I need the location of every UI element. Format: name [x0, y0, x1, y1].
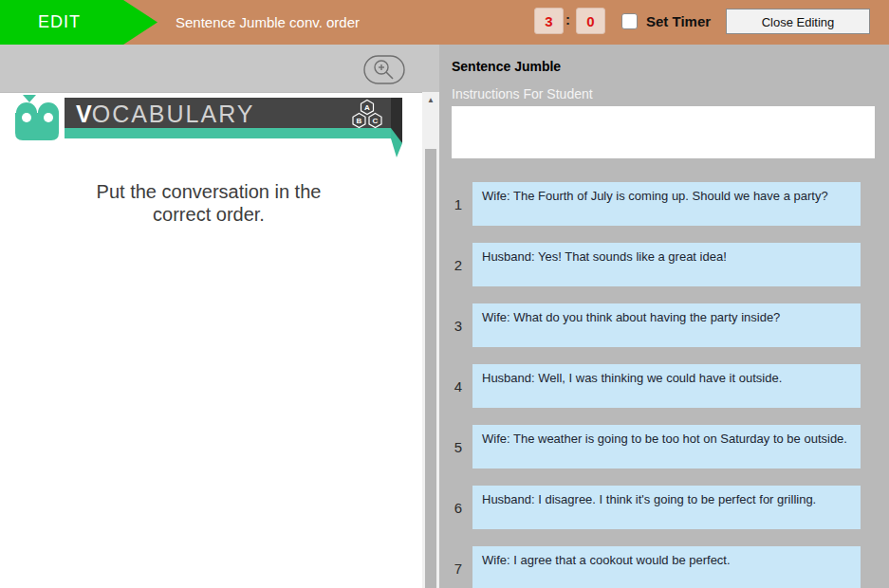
sentence-number: 4: [447, 364, 470, 408]
sentence-text[interactable]: Wife: The Fourth of July is coming up. S…: [472, 182, 861, 226]
set-timer-checkbox[interactable]: [621, 13, 638, 29]
timer-minutes-input[interactable]: [534, 8, 564, 34]
preview-scrollbar-thumb[interactable]: [425, 149, 436, 588]
logo-caron: [23, 95, 36, 102]
sentence-row: 4 Husband: Well, I was thinking we could…: [439, 364, 878, 408]
sentence-row: 6 Husband: I disagree. I think it's goin…: [439, 486, 878, 529]
slide-canvas[interactable]: VOCABULARY A B C Put the conversation in…: [0, 93, 422, 588]
slide-preview-pane: VOCABULARY A B C Put the conversation in…: [0, 45, 439, 588]
activity-title: Sentence Jumble conv. order: [176, 0, 360, 45]
svg-text:A: A: [364, 103, 370, 112]
sentence-text[interactable]: Husband: Well, I was thinking we could h…: [472, 364, 861, 408]
instructions-label: Instructions For Student: [452, 86, 593, 101]
header-bar: EDIT Sentence Jumble conv. order : Set T…: [0, 0, 889, 45]
edit-mode-label: EDIT: [0, 12, 81, 32]
slide-prompt: Put the conversation in the correct orde…: [0, 180, 417, 227]
svg-text:B: B: [357, 117, 362, 125]
sentence-number: 3: [447, 303, 470, 347]
timer-seconds-input[interactable]: [576, 8, 605, 34]
sentence-number: 2: [447, 243, 470, 286]
close-editing-button[interactable]: Close Editing: [726, 9, 870, 34]
sentence-number: 1: [447, 182, 470, 226]
sentence-row: 3 Wife: What do you think about having t…: [439, 303, 878, 347]
sentence-row: 2 Husband: Yes! That sounds like a great…: [439, 243, 878, 286]
sentence-row: 7 Wife: I agree that a cookout would be …: [439, 546, 878, 588]
sentence-text[interactable]: Husband: Yes! That sounds like a great i…: [472, 243, 861, 286]
preview-toolbar: [0, 45, 439, 93]
preview-scrollbar[interactable]: ▲: [422, 92, 439, 588]
sentence-text[interactable]: Wife: What do you think about having the…: [472, 303, 861, 347]
magnifier-plus-icon: [363, 55, 405, 84]
sentence-number: 5: [447, 425, 470, 469]
panel-title: Sentence Jumble: [452, 59, 561, 74]
set-timer-label: Set Timer: [646, 13, 711, 29]
banner-title-text: VOCABULARY: [76, 101, 254, 127]
sentence-row: 5 Wife: The weather is going to be too h…: [439, 425, 878, 469]
sentence-editor-panel: Sentence Jumble Instructions For Student…: [439, 45, 878, 588]
scroll-up-arrow-icon[interactable]: ▲: [422, 92, 439, 107]
sentence-text[interactable]: Wife: I agree that a cookout would be pe…: [472, 546, 861, 588]
svg-text:C: C: [373, 117, 379, 125]
sentence-number: 7: [447, 546, 470, 588]
instructions-input[interactable]: [452, 106, 875, 158]
timer-colon: :: [565, 11, 570, 28]
sentence-text[interactable]: Husband: I disagree. I think it's going …: [472, 486, 861, 529]
sentence-text[interactable]: Wife: The weather is going to be too hot…: [472, 425, 861, 469]
edit-mode-flag: EDIT: [0, 0, 157, 45]
zoom-button[interactable]: [363, 55, 405, 84]
sentence-number: 6: [447, 486, 470, 529]
sentence-list: 1 Wife: The Fourth of July is coming up.…: [439, 182, 878, 588]
sentence-row: 1 Wife: The Fourth of July is coming up.…: [439, 182, 878, 226]
vocabulary-banner-image: VOCABULARY A B C: [0, 95, 415, 161]
